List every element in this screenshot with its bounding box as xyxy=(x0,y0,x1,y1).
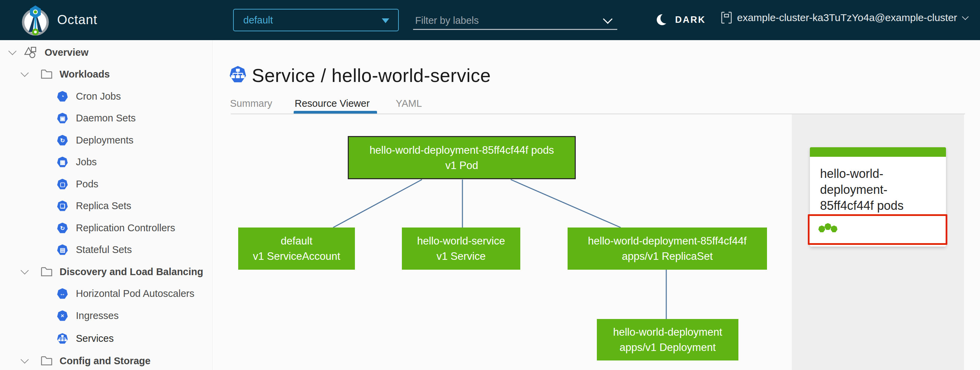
sidebar-item-config-and-storage[interactable]: Config and Storage xyxy=(0,350,213,370)
sidebar-item-label: Overview xyxy=(45,47,89,58)
node-label-line1: hello-world-deployment-85ff4cf44f xyxy=(588,233,746,249)
dark-theme-toggle[interactable]: DARK xyxy=(656,12,706,27)
sidebar-item-label: Deployments xyxy=(76,135,134,146)
octant-logo xyxy=(18,3,52,37)
graph-edge xyxy=(511,179,620,227)
detail-panel: hello-world-deployment-85ff4cf44f pods xyxy=(792,114,964,370)
sidebar-item-daemon-sets[interactable]: Daemon Sets xyxy=(0,107,213,129)
job-icon xyxy=(57,157,68,167)
deployment-icon xyxy=(57,135,68,146)
chevron-down-icon[interactable] xyxy=(21,69,29,77)
sidebar-item-jobs[interactable]: Jobs xyxy=(0,151,213,173)
sidebar-item-horizontal-pod-autoscalers[interactable]: Horizontal Pod Autoscalers xyxy=(0,283,213,304)
sidebar-item-workloads[interactable]: Workloads xyxy=(0,63,213,85)
daemonset-icon xyxy=(57,113,68,124)
node-label-line1: default xyxy=(281,233,312,249)
header-bar: Octant default Filter by labels DARK exa… xyxy=(0,0,980,40)
sidebar-item-label: Discovery and Load Balancing xyxy=(60,266,203,278)
statefulset-icon xyxy=(57,245,68,255)
sidebar-item-discovery-and-load-balancing[interactable]: Discovery and Load Balancing xyxy=(0,261,213,283)
moon-icon xyxy=(656,12,670,27)
sidebar-item-label: Pods xyxy=(76,179,98,190)
chevron-down-icon[interactable] xyxy=(21,356,29,364)
octant-app: Octant default Filter by labels DARK exa… xyxy=(0,0,980,370)
sidebar-item-replica-sets[interactable]: Replica Sets xyxy=(0,195,213,217)
replicaset-icon xyxy=(57,201,68,211)
main-content: Service / hello-world-service Summary Re… xyxy=(213,40,980,370)
graph-edge xyxy=(333,179,422,227)
sidebar-item-label: Replication Controllers xyxy=(76,222,175,233)
ingress-icon xyxy=(57,310,68,321)
sidebar-item-label: Ingresses xyxy=(76,310,119,321)
sidebar-item-label: Horizontal Pod Autoscalers xyxy=(76,288,194,299)
folder-icon xyxy=(40,69,53,79)
chevron-down-icon[interactable] xyxy=(8,47,16,55)
folder-icon xyxy=(40,267,53,277)
input-underline xyxy=(413,29,617,30)
graph-node-serviceaccount[interactable]: default v1 ServiceAccount xyxy=(238,227,355,270)
sidebar-item-label: Stateful Sets xyxy=(76,244,132,256)
theme-toggle-label: DARK xyxy=(675,14,706,25)
card-title: hello-world-deployment-85ff4cf44f pods xyxy=(820,166,938,214)
sidebar-item-deployments[interactable]: Deployments xyxy=(0,129,213,151)
service-icon xyxy=(57,333,68,344)
replicationcontroller-icon xyxy=(57,223,68,233)
sidebar-item-pods[interactable]: Pods xyxy=(0,173,213,195)
node-label-line2: apps/v1 ReplicaSet xyxy=(622,249,713,264)
namespace-dropdown-value: default xyxy=(243,14,273,26)
graph-node-deployment[interactable]: hello-world-deployment apps/v1 Deploymen… xyxy=(597,319,738,360)
sidebar-item-label: Daemon Sets xyxy=(76,113,136,124)
label-filter-placeholder: Filter by labels xyxy=(415,15,479,26)
cronjob-icon xyxy=(57,91,68,102)
sidebar-item-stateful-sets[interactable]: Stateful Sets xyxy=(0,239,213,260)
sidebar-item-replication-controllers[interactable]: Replication Controllers xyxy=(0,217,213,239)
node-label-line1: hello-world-deployment-85ff4cf44f pods xyxy=(369,143,554,158)
node-label-line1: hello-world-service xyxy=(417,233,505,249)
sidebar-item-label: Config and Storage xyxy=(60,356,150,367)
sidebar-item-label: Services xyxy=(76,333,114,344)
sidebar-item-label: Replica Sets xyxy=(76,200,131,211)
label-filter-input[interactable]: Filter by labels xyxy=(413,10,617,29)
graph-node-replicaset[interactable]: hello-world-deployment-85ff4cf44f apps/v… xyxy=(568,227,767,270)
node-label-line2: v1 ServiceAccount xyxy=(253,249,340,264)
graph-node-service[interactable]: hello-world-service v1 Service xyxy=(402,227,520,270)
graph-node-pod[interactable]: hello-world-deployment-85ff4cf44f pods v… xyxy=(348,136,576,179)
cluster-context-label: example-cluster-ka3TuTzYo4a@example-clus… xyxy=(737,12,957,24)
chevron-down-icon[interactable] xyxy=(21,266,29,275)
namespace-dropdown[interactable]: default xyxy=(233,9,399,31)
cluster-context-selector[interactable]: example-cluster-ka3TuTzYo4a@example-clus… xyxy=(721,11,967,24)
pod-status-dot xyxy=(818,225,825,232)
node-label-line2: v1 Pod xyxy=(445,158,479,173)
pod-status-dot xyxy=(830,225,837,232)
sidebar-nav: Overview Workloads Cron Jobs Daemon Sets… xyxy=(0,40,213,370)
pod-icon xyxy=(57,179,68,189)
objects-icon xyxy=(24,46,37,59)
sidebar-item-cron-jobs[interactable]: Cron Jobs xyxy=(0,85,213,107)
chevron-down-icon xyxy=(962,13,969,20)
cluster-icon xyxy=(721,11,732,24)
sidebar-item-ingresses[interactable]: Ingresses xyxy=(0,305,213,327)
sidebar-item-label: Jobs xyxy=(76,156,97,168)
hpa-icon xyxy=(57,288,68,299)
node-label-line2: v1 Service xyxy=(437,249,486,264)
pod-status-box xyxy=(808,214,947,245)
card-status-bar xyxy=(810,147,946,157)
sidebar-item-label: Workloads xyxy=(60,69,110,80)
pod-status-dot xyxy=(824,223,831,230)
folder-icon xyxy=(40,356,53,366)
app-title: Octant xyxy=(57,13,97,27)
chevron-down-icon[interactable] xyxy=(603,14,612,24)
sidebar-item-label: Cron Jobs xyxy=(76,91,121,102)
node-label-line2: apps/v1 Deployment xyxy=(620,340,716,355)
dropdown-caret-icon xyxy=(382,18,389,23)
sidebar-item-services[interactable]: Services xyxy=(0,327,213,349)
node-label-line1: hello-world-deployment xyxy=(613,324,722,340)
sidebar-item-overview[interactable]: Overview xyxy=(0,41,213,63)
